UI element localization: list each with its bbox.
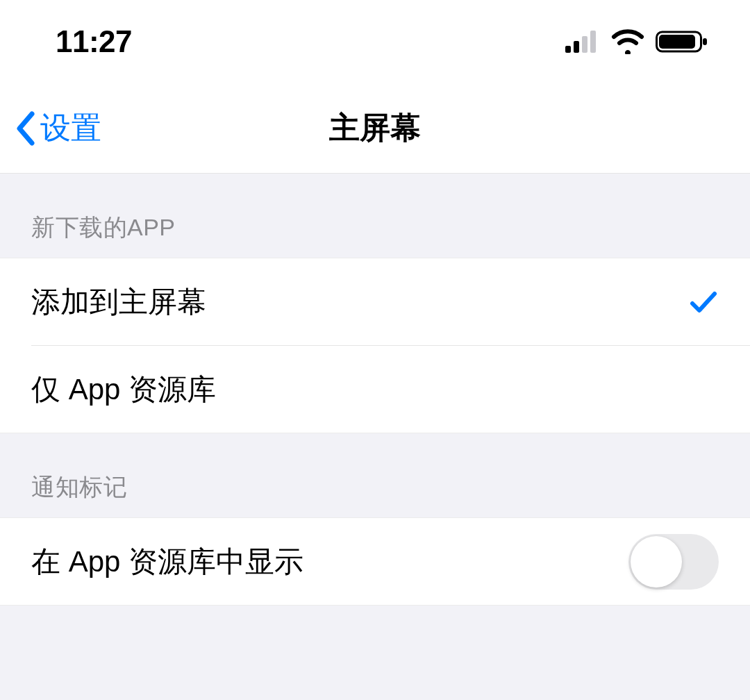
status-time: 11:27 [56, 24, 132, 59]
section-header-new-apps: 新下载的APP [0, 174, 750, 258]
battery-icon [656, 29, 708, 54]
svg-rect-6 [703, 38, 707, 45]
svg-rect-5 [659, 35, 695, 49]
option-add-to-home[interactable]: 添加到主屏幕 [0, 258, 750, 345]
toggle-show-in-app-library[interactable] [628, 534, 719, 590]
nav-title: 主屏幕 [329, 108, 421, 149]
svg-rect-3 [590, 31, 596, 53]
checkmark-icon [688, 287, 719, 317]
row-label: 在 App 资源库中显示 [31, 542, 303, 581]
svg-rect-2 [582, 36, 588, 53]
row-label: 添加到主屏幕 [31, 283, 206, 322]
toggle-knob [631, 536, 682, 588]
row-label: 仅 App 资源库 [31, 370, 216, 409]
option-app-library-only[interactable]: 仅 App 资源库 [0, 346, 750, 433]
svg-rect-1 [574, 41, 579, 53]
chevron-left-icon [14, 111, 38, 146]
table-group-notification-badges: 在 App 资源库中显示 [0, 517, 750, 606]
nav-header: 设置 主屏幕 [0, 83, 750, 174]
svg-rect-0 [565, 46, 571, 53]
back-label: 设置 [40, 108, 101, 149]
status-bar: 11:27 [0, 0, 750, 83]
table-group-new-apps: 添加到主屏幕 仅 App 资源库 [0, 258, 750, 433]
back-button[interactable]: 设置 [0, 108, 101, 149]
wifi-icon [611, 29, 644, 54]
status-icons [565, 29, 708, 54]
cellular-signal-icon [565, 31, 600, 53]
section-header-notification-badges: 通知标记 [0, 433, 750, 517]
row-show-in-app-library: 在 App 资源库中显示 [0, 518, 750, 605]
